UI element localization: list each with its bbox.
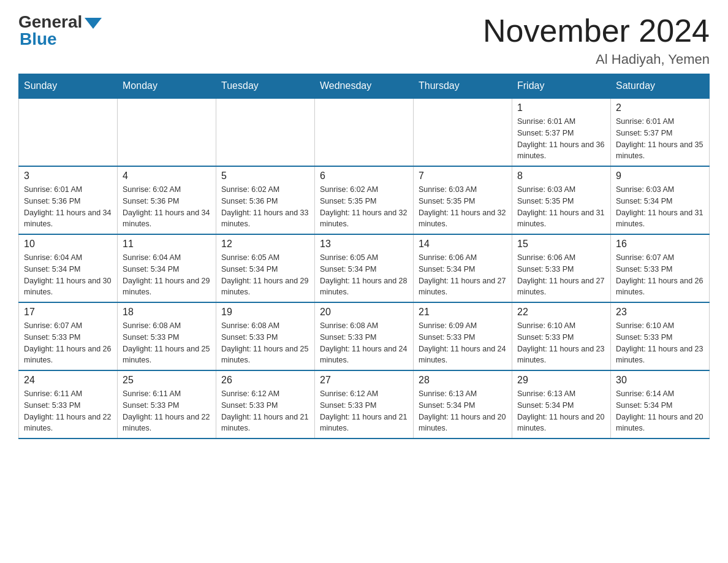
day-info: Sunrise: 6:03 AM Sunset: 5:34 PM Dayligh… xyxy=(616,184,704,230)
page-header: General Blue November 2024 Al Hadiyah, Y… xyxy=(18,12,710,67)
calendar-cell-w5-d7: 30Sunrise: 6:14 AM Sunset: 5:34 PM Dayli… xyxy=(611,370,710,439)
calendar-cell-w2-d7: 9Sunrise: 6:03 AM Sunset: 5:34 PM Daylig… xyxy=(611,166,710,234)
day-number: 20 xyxy=(320,307,408,318)
calendar-cell-w1-d5 xyxy=(414,98,512,166)
calendar-cell-w3-d5: 14Sunrise: 6:06 AM Sunset: 5:34 PM Dayli… xyxy=(414,234,512,302)
calendar-cell-w1-d7: 2Sunrise: 6:01 AM Sunset: 5:37 PM Daylig… xyxy=(611,98,710,166)
calendar-cell-w4-d6: 22Sunrise: 6:10 AM Sunset: 5:33 PM Dayli… xyxy=(512,302,611,370)
day-number: 27 xyxy=(320,375,408,386)
calendar-cell-w3-d3: 12Sunrise: 6:05 AM Sunset: 5:34 PM Dayli… xyxy=(216,234,315,302)
day-info: Sunrise: 6:10 AM Sunset: 5:33 PM Dayligh… xyxy=(616,320,704,366)
day-number: 28 xyxy=(419,375,507,386)
day-number: 1 xyxy=(517,102,605,113)
day-number: 14 xyxy=(419,239,507,250)
calendar-cell-w3-d4: 13Sunrise: 6:05 AM Sunset: 5:34 PM Dayli… xyxy=(315,234,414,302)
calendar-cell-w4-d2: 18Sunrise: 6:08 AM Sunset: 5:33 PM Dayli… xyxy=(118,302,216,370)
day-number: 12 xyxy=(221,239,309,250)
day-info: Sunrise: 6:01 AM Sunset: 5:36 PM Dayligh… xyxy=(24,184,112,230)
day-info: Sunrise: 6:02 AM Sunset: 5:35 PM Dayligh… xyxy=(320,184,408,230)
day-number: 29 xyxy=(517,375,605,386)
day-number: 10 xyxy=(24,239,112,250)
day-info: Sunrise: 6:12 AM Sunset: 5:33 PM Dayligh… xyxy=(221,388,309,434)
day-number: 5 xyxy=(221,170,309,182)
day-number: 8 xyxy=(517,170,605,182)
day-info: Sunrise: 6:04 AM Sunset: 5:34 PM Dayligh… xyxy=(24,252,112,298)
col-thursday: Thursday xyxy=(414,74,512,99)
calendar-cell-w4-d7: 23Sunrise: 6:10 AM Sunset: 5:33 PM Dayli… xyxy=(611,302,710,370)
calendar-title: November 2024 xyxy=(483,12,710,49)
day-info: Sunrise: 6:08 AM Sunset: 5:33 PM Dayligh… xyxy=(320,320,408,366)
day-info: Sunrise: 6:07 AM Sunset: 5:33 PM Dayligh… xyxy=(24,320,112,366)
calendar-week-3: 10Sunrise: 6:04 AM Sunset: 5:34 PM Dayli… xyxy=(19,234,710,302)
day-info: Sunrise: 6:01 AM Sunset: 5:37 PM Dayligh… xyxy=(517,116,605,162)
col-saturday: Saturday xyxy=(611,74,710,99)
calendar-week-4: 17Sunrise: 6:07 AM Sunset: 5:33 PM Dayli… xyxy=(19,302,710,370)
calendar-cell-w3-d1: 10Sunrise: 6:04 AM Sunset: 5:34 PM Dayli… xyxy=(19,234,118,302)
calendar-cell-w4-d3: 19Sunrise: 6:08 AM Sunset: 5:33 PM Dayli… xyxy=(216,302,315,370)
day-number: 6 xyxy=(320,170,408,182)
calendar-cell-w5-d4: 27Sunrise: 6:12 AM Sunset: 5:33 PM Dayli… xyxy=(315,370,414,439)
day-info: Sunrise: 6:14 AM Sunset: 5:34 PM Dayligh… xyxy=(616,388,704,434)
day-number: 19 xyxy=(221,307,309,318)
day-number: 21 xyxy=(419,307,507,318)
day-number: 16 xyxy=(616,239,704,250)
calendar-cell-w1-d6: 1Sunrise: 6:01 AM Sunset: 5:37 PM Daylig… xyxy=(512,98,611,166)
day-info: Sunrise: 6:05 AM Sunset: 5:34 PM Dayligh… xyxy=(320,252,408,298)
calendar-cell-w5-d5: 28Sunrise: 6:13 AM Sunset: 5:34 PM Dayli… xyxy=(414,370,512,439)
col-tuesday: Tuesday xyxy=(216,74,315,99)
day-number: 2 xyxy=(616,102,704,113)
day-number: 18 xyxy=(123,307,211,318)
calendar-cell-w1-d1 xyxy=(19,98,118,166)
day-number: 13 xyxy=(320,239,408,250)
day-info: Sunrise: 6:08 AM Sunset: 5:33 PM Dayligh… xyxy=(221,320,309,366)
day-info: Sunrise: 6:07 AM Sunset: 5:33 PM Dayligh… xyxy=(616,252,704,298)
day-number: 26 xyxy=(221,375,309,386)
day-info: Sunrise: 6:01 AM Sunset: 5:37 PM Dayligh… xyxy=(616,116,704,162)
calendar-cell-w5-d6: 29Sunrise: 6:13 AM Sunset: 5:34 PM Dayli… xyxy=(512,370,611,439)
day-number: 30 xyxy=(616,375,704,386)
calendar-cell-w3-d6: 15Sunrise: 6:06 AM Sunset: 5:33 PM Dayli… xyxy=(512,234,611,302)
calendar-cell-w4-d5: 21Sunrise: 6:09 AM Sunset: 5:33 PM Dayli… xyxy=(414,302,512,370)
day-info: Sunrise: 6:06 AM Sunset: 5:34 PM Dayligh… xyxy=(419,252,507,298)
col-wednesday: Wednesday xyxy=(315,74,414,99)
day-number: 9 xyxy=(616,170,704,182)
calendar-cell-w1-d3 xyxy=(216,98,315,166)
day-info: Sunrise: 6:13 AM Sunset: 5:34 PM Dayligh… xyxy=(419,388,507,434)
calendar-cell-w2-d3: 5Sunrise: 6:02 AM Sunset: 5:36 PM Daylig… xyxy=(216,166,315,234)
title-section: November 2024 Al Hadiyah, Yemen xyxy=(483,12,710,67)
calendar-header-row: Sunday Monday Tuesday Wednesday Thursday… xyxy=(19,74,710,99)
day-number: 25 xyxy=(123,375,211,386)
calendar-cell-w5-d3: 26Sunrise: 6:12 AM Sunset: 5:33 PM Dayli… xyxy=(216,370,315,439)
day-info: Sunrise: 6:09 AM Sunset: 5:33 PM Dayligh… xyxy=(419,320,507,366)
day-info: Sunrise: 6:08 AM Sunset: 5:33 PM Dayligh… xyxy=(123,320,211,366)
calendar-cell-w2-d6: 8Sunrise: 6:03 AM Sunset: 5:35 PM Daylig… xyxy=(512,166,611,234)
day-number: 24 xyxy=(24,375,112,386)
col-friday: Friday xyxy=(512,74,611,99)
day-info: Sunrise: 6:06 AM Sunset: 5:33 PM Dayligh… xyxy=(517,252,605,298)
calendar-week-2: 3Sunrise: 6:01 AM Sunset: 5:36 PM Daylig… xyxy=(19,166,710,234)
col-monday: Monday xyxy=(118,74,216,99)
day-info: Sunrise: 6:03 AM Sunset: 5:35 PM Dayligh… xyxy=(419,184,507,230)
calendar-cell-w2-d5: 7Sunrise: 6:03 AM Sunset: 5:35 PM Daylig… xyxy=(414,166,512,234)
day-info: Sunrise: 6:05 AM Sunset: 5:34 PM Dayligh… xyxy=(221,252,309,298)
day-number: 11 xyxy=(123,239,211,250)
day-info: Sunrise: 6:11 AM Sunset: 5:33 PM Dayligh… xyxy=(123,388,211,434)
calendar-cell-w4-d4: 20Sunrise: 6:08 AM Sunset: 5:33 PM Dayli… xyxy=(315,302,414,370)
day-info: Sunrise: 6:12 AM Sunset: 5:33 PM Dayligh… xyxy=(320,388,408,434)
calendar-table: Sunday Monday Tuesday Wednesday Thursday… xyxy=(18,74,710,439)
day-info: Sunrise: 6:13 AM Sunset: 5:34 PM Dayligh… xyxy=(517,388,605,434)
day-info: Sunrise: 6:04 AM Sunset: 5:34 PM Dayligh… xyxy=(123,252,211,298)
day-info: Sunrise: 6:03 AM Sunset: 5:35 PM Dayligh… xyxy=(517,184,605,230)
day-number: 7 xyxy=(419,170,507,182)
calendar-cell-w3-d2: 11Sunrise: 6:04 AM Sunset: 5:34 PM Dayli… xyxy=(118,234,216,302)
logo-blue-text: Blue xyxy=(20,29,57,49)
calendar-cell-w1-d2 xyxy=(118,98,216,166)
calendar-subtitle: Al Hadiyah, Yemen xyxy=(483,52,710,67)
day-number: 17 xyxy=(24,307,112,318)
calendar-cell-w1-d4 xyxy=(315,98,414,166)
col-sunday: Sunday xyxy=(19,74,118,99)
day-number: 22 xyxy=(517,307,605,318)
day-info: Sunrise: 6:11 AM Sunset: 5:33 PM Dayligh… xyxy=(24,388,112,434)
day-info: Sunrise: 6:02 AM Sunset: 5:36 PM Dayligh… xyxy=(123,184,211,230)
calendar-cell-w3-d7: 16Sunrise: 6:07 AM Sunset: 5:33 PM Dayli… xyxy=(611,234,710,302)
